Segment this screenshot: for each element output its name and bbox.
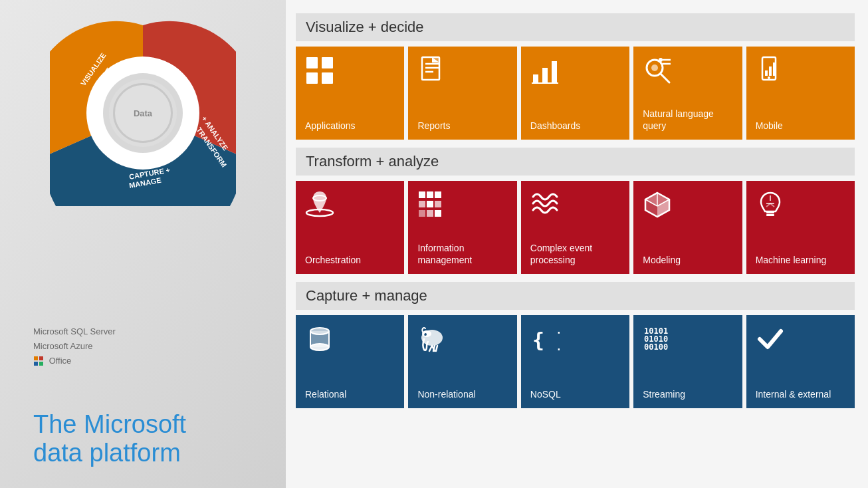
svg-rect-15: [322, 57, 333, 68]
tile-machine-learning-label: Machine learning: [756, 254, 827, 266]
data-center-label: Data: [113, 83, 173, 143]
left-panel: CAPTURE + MANAGE TRANSFORM + ANALYZE VIS…: [0, 0, 286, 488]
svg-rect-55: [766, 211, 774, 213]
bar-chart-icon: [530, 56, 560, 85]
binary-icon: 10101 01010 00100: [643, 324, 672, 354]
brand-info: Microsoft SQL Server Microsoft Azure Off…: [33, 324, 116, 368]
lightbulb-icon: [756, 190, 785, 219]
svg-rect-40: [427, 191, 433, 198]
svg-rect-16: [306, 72, 318, 84]
waves-icon: [530, 190, 560, 219]
brand-line2: Microsoft Azure: [33, 339, 116, 354]
tile-info-mgmt-label: Information management: [417, 242, 508, 266]
tile-machine-learning[interactable]: Machine learning: [746, 181, 855, 274]
svg-rect-12: [34, 362, 38, 366]
mobile-chart-icon: [756, 56, 785, 85]
transform-header: Transform + analyze: [296, 148, 855, 176]
platform-title: The Microsoft data platform: [33, 410, 186, 468]
svg-rect-46: [427, 210, 433, 217]
tile-applications-label: Applications: [305, 120, 356, 132]
tile-mobile[interactable]: Mobile: [746, 47, 855, 140]
tile-streaming-label: Streaming: [643, 388, 685, 400]
tile-nosql-label: NoSQL: [530, 388, 561, 400]
tile-applications[interactable]: Applications: [296, 47, 404, 140]
svg-point-31: [659, 58, 663, 62]
tile-relational[interactable]: Relational: [296, 315, 404, 408]
hat-icon: [305, 190, 334, 219]
svg-rect-56: [766, 214, 774, 216]
tile-non-relational-label: Non-relational: [417, 388, 475, 400]
tile-complex-event-label: Complex event processing: [530, 242, 621, 266]
svg-rect-42: [419, 201, 425, 207]
grid-icon: [305, 56, 334, 85]
right-panel: Visualize + decide Applications: [286, 0, 868, 488]
tile-nlq[interactable]: Natural language query: [633, 47, 742, 140]
svg-rect-10: [34, 356, 38, 360]
brand-line1: Microsoft SQL Server: [33, 324, 116, 339]
svg-rect-22: [533, 74, 538, 82]
blocks-icon: [417, 190, 447, 219]
office-icon: [33, 356, 44, 366]
circle-diagram: CAPTURE + MANAGE TRANSFORM + ANALYZE VIS…: [50, 20, 236, 206]
tile-reports[interactable]: Reports: [408, 47, 516, 140]
tile-streaming[interactable]: 10101 01010 00100 Streaming: [633, 315, 742, 408]
tile-nlq-label: Natural language query: [643, 108, 734, 132]
svg-rect-23: [542, 68, 548, 82]
tile-orchestration-label: Orchestration: [305, 254, 361, 266]
svg-point-28: [651, 64, 658, 71]
cube-icon: [643, 190, 672, 219]
capture-header: Capture + manage: [296, 282, 855, 310]
capture-tiles: Relational Non-relational { }: [296, 315, 855, 408]
tile-mobile-label: Mobile: [756, 120, 783, 132]
tile-internal-external[interactable]: Internal & external: [746, 315, 855, 408]
svg-rect-44: [435, 201, 441, 207]
svg-rect-24: [552, 61, 557, 82]
svg-rect-34: [765, 70, 768, 76]
document-icon: [417, 56, 447, 85]
cylinder-icon: [305, 324, 334, 354]
tile-dashboards-label: Dashboards: [530, 120, 581, 132]
tile-orchestration[interactable]: Orchestration: [296, 181, 404, 274]
capture-section: Capture + manage Relational: [296, 282, 855, 408]
svg-rect-36: [773, 62, 776, 76]
brand-line3: Office: [33, 354, 116, 368]
braces-icon: { }: [530, 324, 560, 354]
tile-internal-external-label: Internal & external: [756, 388, 831, 400]
tile-complex-event[interactable]: Complex event processing: [521, 181, 629, 274]
elephant-icon: [417, 324, 447, 354]
tile-modeling[interactable]: Modeling: [633, 181, 742, 274]
svg-point-33: [768, 76, 770, 79]
svg-text:00100: 00100: [644, 342, 668, 352]
svg-rect-14: [306, 57, 318, 68]
svg-rect-39: [419, 191, 425, 198]
visualize-tiles: Applications Reports: [296, 47, 855, 140]
tile-non-relational[interactable]: Non-relational: [408, 315, 516, 408]
svg-rect-47: [435, 210, 441, 217]
tile-relational-label: Relational: [305, 388, 346, 400]
tile-modeling-label: Modeling: [643, 254, 681, 266]
svg-rect-45: [419, 210, 425, 217]
tile-reports-label: Reports: [417, 120, 450, 132]
svg-rect-11: [39, 356, 43, 360]
tile-dashboards[interactable]: Dashboards: [521, 47, 629, 140]
svg-rect-35: [769, 66, 772, 76]
svg-rect-17: [322, 72, 333, 84]
svg-line-27: [661, 74, 669, 82]
svg-text:{ }: { }: [532, 328, 560, 352]
transform-tiles: Orchestration Information management: [296, 181, 855, 274]
tile-info-mgmt[interactable]: Information management: [408, 181, 516, 274]
visualize-header: Visualize + decide: [296, 13, 855, 41]
checkmark-icon: [756, 324, 785, 354]
svg-rect-13: [39, 362, 43, 366]
svg-rect-41: [435, 191, 441, 198]
search-settings-icon: [643, 56, 672, 85]
tile-nosql[interactable]: { } NoSQL: [521, 315, 629, 408]
transform-section: Transform + analyze Orchestration: [296, 148, 855, 274]
svg-rect-43: [427, 201, 433, 207]
visualize-section: Visualize + decide Applications: [296, 13, 855, 140]
